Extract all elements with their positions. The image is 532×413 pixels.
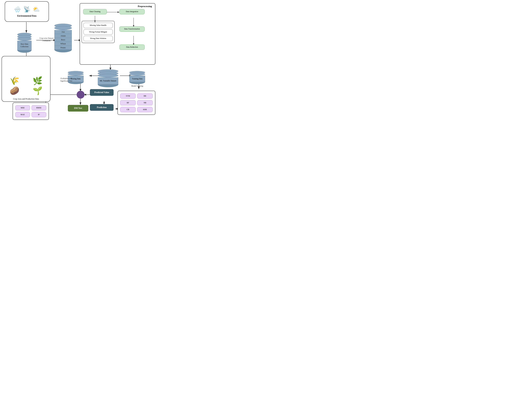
wheat-image: 🌾 <box>3 76 26 85</box>
metric-mse: MSE <box>15 105 30 110</box>
prediction-label: Prediction <box>97 106 107 108</box>
model-svm: SVM <box>120 93 136 99</box>
potato-image: 🥔 <box>3 86 26 95</box>
data-transformation-box: Data Transformation <box>119 26 145 32</box>
train-top2 <box>129 73 145 76</box>
mse-label: MSE <box>21 107 25 109</box>
wrong-data-box: Wrong Data Solution <box>84 36 113 41</box>
ml-trainable-label: ML Trainable Dataset <box>100 80 116 82</box>
train-body: Training Data <box>129 76 145 82</box>
preprocessing-title: Preprocessing <box>138 5 152 8</box>
big-db-rows: Aus Aman Boro Wheat Potato <box>54 30 72 49</box>
metric-mae: MAE <box>15 112 30 117</box>
env-label: Environmental Data <box>17 15 37 17</box>
evaluation-label: Evaluation and Significant Test <box>57 77 76 82</box>
predicted-value-label: Predicted Value <box>94 91 109 94</box>
prediction-box: Prediction <box>90 104 114 111</box>
dataset-row-boro: Boro <box>55 38 72 42</box>
metric-rmse: RMSE <box>31 105 46 110</box>
model-rf: RF <box>120 100 136 105</box>
dataset-row-potato: Potato <box>55 46 72 49</box>
ml-bottom <box>98 84 118 87</box>
predicted-value-box: Predicted Value <box>90 89 114 96</box>
wind-icon: 📡 <box>23 6 30 13</box>
train-bottom <box>129 82 145 84</box>
rr-label: RR <box>144 95 146 97</box>
model-rr: RR <box>137 93 153 99</box>
cb-label: CB <box>127 108 129 111</box>
cleaning-steps-group: Missing Value Handle Wrong Format Mitiga… <box>82 21 115 43</box>
missing-value-label: Missing Value Handle <box>90 24 106 26</box>
data-integration-label: Data Integration <box>126 10 138 13</box>
big-db-top2 <box>54 26 72 30</box>
models-box: SVM RR RF NB CB KRR <box>117 91 155 115</box>
crop-area-box: 🌾 🌿 🥔 🌱 Crop Area and Production Data <box>1 56 50 102</box>
plant-image: 🌱 <box>27 86 49 95</box>
wrong-data-label: Wrong Data Solution <box>90 37 106 39</box>
data-integration-box: Data Integration <box>119 9 145 14</box>
metric-r2: R² <box>31 112 46 117</box>
model-nb: NB <box>137 100 153 105</box>
ml-trainable-cylinder: ML Trainable Dataset <box>98 69 118 87</box>
model-cb: CB <box>120 107 136 112</box>
big-db-bottom <box>54 49 72 52</box>
data-transformation-label: Data Transformation <box>124 28 140 30</box>
preprocessing-box: Preprocessing Data Cleaning Data Integra… <box>80 3 155 65</box>
crop-images: 🌾 🌿 🥔 🌱 <box>2 75 50 97</box>
missing-value-box: Missing Value Handle <box>84 23 113 28</box>
dm-test-label: DM Test <box>74 107 82 109</box>
environmental-data-box: 🌧️ 📡 ⛅ Environmental Data <box>5 1 49 22</box>
model-training-label: Model Training <box>129 85 145 87</box>
svm-label: SVM <box>126 95 130 97</box>
mae-label: MAE <box>20 114 25 116</box>
model-krr: KRR <box>137 107 153 112</box>
training-label: Training Data <box>132 78 142 80</box>
comparison-circle <box>77 91 85 99</box>
training-data-cylinder: Training Data <box>129 71 145 84</box>
data-cleaning-box: Data Cleaning <box>83 9 107 14</box>
metrics-box: MSE RMSE MAE R² <box>13 103 49 120</box>
main-diagram: 🌧️ 📡 ⛅ Environmental Data Raw Data Colle… <box>0 0 158 126</box>
env-icons: 🌧️ 📡 ⛅ <box>14 6 40 13</box>
crop-area-label: Crop Area and Production Data <box>13 98 39 100</box>
rice-image: 🌿 <box>27 76 49 85</box>
wrong-format-label: Wrong Format Mitigate <box>89 31 107 33</box>
ml-body: ML Trainable Dataset <box>98 77 118 84</box>
rain-icon: 🌧️ <box>14 6 21 13</box>
rf-label: RF <box>127 102 129 104</box>
krr-label: KRR <box>143 108 147 111</box>
data-reduction-box: Data Reduction <box>119 45 145 50</box>
dm-test-box: DM Test <box>68 105 88 112</box>
wrong-format-box: Wrong Format Mitigate <box>84 29 113 35</box>
crop-dataset-label: Crop-wise Dataset Formation <box>39 37 54 42</box>
test-top2 <box>68 73 84 76</box>
data-cleaning-label: Data Cleaning <box>90 10 100 13</box>
data-reduction-label: Data Reduction <box>126 46 138 48</box>
dataset-row-aus: Aus <box>55 30 72 34</box>
dataset-row-aman: Aman <box>55 34 72 38</box>
big-dataset-cylinder: Aus Aman Boro Wheat Potato <box>54 24 72 52</box>
sun-icon: ⛅ <box>33 6 40 13</box>
nb-label: NB <box>144 102 146 104</box>
db-bottom <box>17 50 31 53</box>
raw-data-collection: Raw Data Collection <box>17 33 31 53</box>
dataset-row-wheat: Wheat <box>55 42 72 46</box>
db-body: Raw Data Collection <box>17 41 31 50</box>
rmse-label: RMSE <box>36 107 41 109</box>
r2-label: R² <box>38 114 40 116</box>
raw-data-label: Raw Data Collection <box>18 43 31 48</box>
db-mid2 <box>17 37 31 41</box>
ml-top3 <box>98 74 118 77</box>
